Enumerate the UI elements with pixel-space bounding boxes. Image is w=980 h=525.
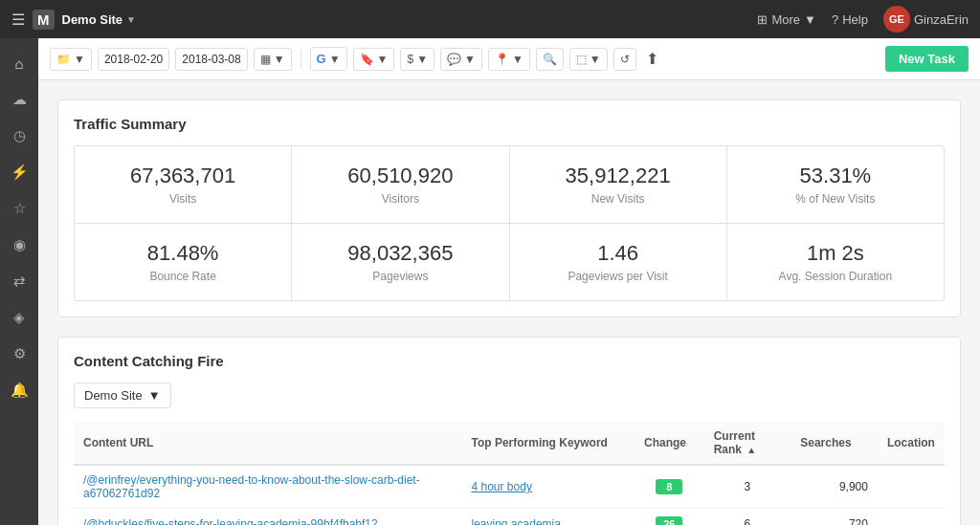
change-badge: 8 xyxy=(656,479,682,494)
cell-change: 26 xyxy=(635,509,704,526)
new-visits-value: 35,912,221 xyxy=(525,164,711,188)
visits-value: 67,363,701 xyxy=(90,164,276,188)
stat-visitors: 60,510,920 Visitors xyxy=(292,146,508,223)
chevron4-icon: ▼ xyxy=(377,53,389,66)
stat-pageviews-per-visit: 1.46 Pageviews per Visit xyxy=(510,224,726,300)
stat-new-visits: 35,912,221 New Visits xyxy=(510,146,726,223)
stat-visits: 67,363,701 Visits xyxy=(75,146,291,223)
stats-grid: 67,363,701 Visits 60,510,920 Visitors 35… xyxy=(74,145,945,301)
sidebar-shield-icon[interactable]: ◈ xyxy=(2,300,36,335)
new-visits-label: New Visits xyxy=(525,192,711,206)
chevron5-icon: ▼ xyxy=(416,53,428,66)
grid-icon: ⊞ xyxy=(757,12,768,27)
sidebar-clock-icon[interactable]: ◷ xyxy=(2,119,36,153)
stat-avg-session: 1m 2s Avg. Session Duration xyxy=(727,224,944,300)
keyword-link[interactable]: leaving academia xyxy=(472,517,561,525)
comment-icon: 💬 xyxy=(447,53,461,66)
sidebar-activity-icon[interactable]: ⚡ xyxy=(2,155,36,189)
date-from[interactable]: 2018-02-20 xyxy=(98,48,169,71)
site-selector[interactable]: Demo Site ▼ xyxy=(74,383,171,408)
date-range-picker[interactable]: ▦ ▼ xyxy=(254,48,292,71)
bounce-rate-label: Bounce Rate xyxy=(90,270,276,283)
chevron7-icon: ▼ xyxy=(512,53,523,66)
col-header-url: Content URL xyxy=(74,422,462,465)
cell-keyword: leaving academia xyxy=(462,509,635,526)
traffic-summary-section: Traffic Summary 67,363,701 Visits 60,510… xyxy=(57,99,961,317)
avg-session-value: 1m 2s xyxy=(743,241,928,266)
pageviews-per-visit-value: 1.46 xyxy=(525,241,711,266)
refresh-icon: ↺ xyxy=(620,53,630,66)
chevron3-icon: ▼ xyxy=(329,53,341,66)
location-icon: 📍 xyxy=(495,53,509,66)
sidebar: ⌂ ☁ ◷ ⚡ ☆ ◉ ⇄ ◈ ⚙ 🔔 xyxy=(0,38,38,525)
pageviews-per-visit-label: Pageviews per Visit xyxy=(525,270,711,283)
keyword-link[interactable]: 4 hour body xyxy=(472,480,532,493)
help-button[interactable]: ? Help xyxy=(832,12,868,27)
calendar-icon: 📁 xyxy=(56,53,71,66)
sidebar-eye-icon[interactable]: ◉ xyxy=(2,228,36,262)
sidebar-home-icon[interactable]: ⌂ xyxy=(2,46,36,80)
sidebar-settings-icon[interactable]: ⚙ xyxy=(2,337,36,371)
date-to[interactable]: 2018-03-08 xyxy=(175,48,247,71)
comment-picker[interactable]: 💬 ▼ xyxy=(440,48,482,71)
chevron6-icon: ▼ xyxy=(464,53,476,66)
table-row: /@erinfrey/everything-you-need-to-know-a… xyxy=(74,465,945,509)
traffic-summary-title: Traffic Summary xyxy=(74,116,945,132)
site-name[interactable]: Demo Site ▼ xyxy=(62,12,136,27)
calendar-picker[interactable]: 📁 ▼ xyxy=(50,48,92,71)
user-profile[interactable]: GE GinzaErin xyxy=(883,6,969,33)
stat-bounce-rate: 81.48% Bounce Rate xyxy=(75,224,291,300)
question-icon: ? xyxy=(832,12,838,27)
content-table: Content URL Top Performing Keyword Chang… xyxy=(74,422,945,525)
user-name: GinzaErin xyxy=(914,12,969,27)
table-row: /@bduckles/five-steps-for-leaving-academ… xyxy=(74,509,945,526)
search-icon: 🔍 xyxy=(543,53,557,66)
bounce-rate-value: 81.48% xyxy=(90,241,276,266)
top-nav: ☰ M Demo Site ▼ ⊞ More ▼ ? Help GE Ginza… xyxy=(0,0,980,38)
cell-change: 8 xyxy=(635,465,704,509)
visitors-label: Visitors xyxy=(307,192,493,206)
sidebar-shuffle-icon[interactable]: ⇄ xyxy=(2,264,36,298)
bookmark-picker[interactable]: 🔖 ▼ xyxy=(353,48,395,71)
visits-label: Visits xyxy=(90,192,276,206)
cell-searches: 9,900 xyxy=(791,465,878,509)
calendar2-icon: ▦ xyxy=(260,53,271,66)
dollar-picker[interactable]: $ ▼ xyxy=(400,48,434,71)
more-menu[interactable]: ⊞ More ▼ xyxy=(757,12,816,27)
google-picker[interactable]: G ▼ xyxy=(310,47,347,71)
cell-location xyxy=(878,509,945,526)
cell-url: /@erinfrey/everything-you-need-to-know-a… xyxy=(74,465,462,509)
refresh-button[interactable]: ↺ xyxy=(613,48,636,71)
separator-1 xyxy=(301,50,301,69)
table-header-row: Content URL Top Performing Keyword Chang… xyxy=(74,422,945,465)
site-chevron-icon: ▼ xyxy=(126,14,136,25)
col-header-rank[interactable]: Current Rank ▲ xyxy=(704,422,791,465)
url-link[interactable]: /@erinfrey/everything-you-need-to-know-a… xyxy=(83,473,420,500)
pageviews-value: 98,032,365 xyxy=(307,241,493,266)
new-task-button[interactable]: New Task xyxy=(885,46,969,72)
dollar-icon: $ xyxy=(407,53,413,66)
pct-new-visits-value: 53.31% xyxy=(743,164,928,188)
location-picker[interactable]: 📍 ▼ xyxy=(488,48,530,71)
site-selector-chevron-icon: ▼ xyxy=(148,388,161,403)
chevron8-icon: ▼ xyxy=(590,53,601,66)
search-picker[interactable]: 🔍 xyxy=(536,48,564,71)
url-link[interactable]: /@bduckles/five-steps-for-leaving-academ… xyxy=(83,517,378,525)
cell-rank: 3 xyxy=(704,465,791,509)
site-logo: M xyxy=(33,10,55,30)
sidebar-star-icon[interactable]: ☆ xyxy=(2,191,36,226)
hamburger-menu[interactable]: ☰ xyxy=(11,11,25,29)
upload-icon[interactable]: ⬆ xyxy=(642,46,662,72)
stat-pct-new-visits: 53.31% % of New Visits xyxy=(727,146,944,223)
chevron2-icon: ▼ xyxy=(274,53,285,66)
chevron-icon: ▼ xyxy=(74,53,85,66)
display-icon: ⬚ xyxy=(576,53,587,66)
google-icon: G xyxy=(317,52,326,66)
display-picker[interactable]: ⬚ ▼ xyxy=(569,48,608,71)
site-selector-label: Demo Site xyxy=(84,388,143,403)
change-badge: 26 xyxy=(656,516,682,525)
sidebar-cloud-icon[interactable]: ☁ xyxy=(2,82,36,117)
more-chevron-icon: ▼ xyxy=(804,12,816,27)
sidebar-bell-icon[interactable]: 🔔 xyxy=(2,373,36,407)
bookmark-icon: 🔖 xyxy=(360,53,374,66)
